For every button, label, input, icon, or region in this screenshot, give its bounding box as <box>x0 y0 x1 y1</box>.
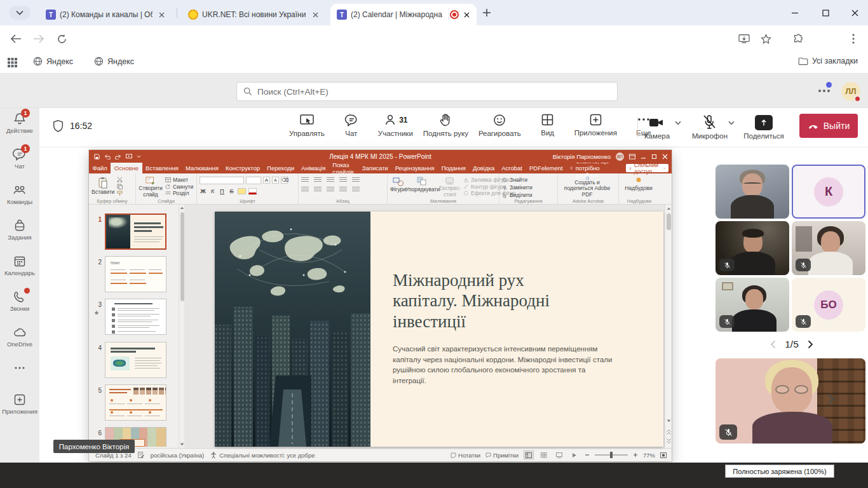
meeting-shield-icon[interactable] <box>52 119 64 133</box>
apps-grid-icon[interactable] <box>8 58 17 67</box>
next-slide-button[interactable] <box>665 437 672 445</box>
spotlight-next-chevron[interactable] <box>827 393 834 405</box>
reload-button[interactable] <box>53 30 70 47</box>
tab-close-icon[interactable] <box>310 10 320 20</box>
replace-button[interactable]: Замінити <box>502 184 532 191</box>
addins-button[interactable]: Надбудови <box>621 175 656 198</box>
ppt-minimize-button[interactable] <box>641 154 646 159</box>
slide-canvas[interactable]: Міжнародний рух капіталу. Міжнародні інв… <box>215 212 663 447</box>
indent-increase-icon[interactable] <box>339 177 347 183</box>
columns-icon[interactable] <box>352 187 360 193</box>
slide-body-text[interactable]: Сучасний світ характеризується інтенсивн… <box>393 344 614 386</box>
scroll-down-arrow[interactable] <box>665 417 672 424</box>
select-button[interactable]: Виділити <box>502 192 532 198</box>
view-button[interactable]: Вид <box>531 113 564 137</box>
sidebar-item-teams[interactable]: Команды <box>0 183 39 205</box>
ribbon-tab-record[interactable]: Записати <box>358 163 391 173</box>
ribbon-tab-file[interactable]: Файл <box>89 163 111 173</box>
align-center-icon[interactable] <box>314 187 322 193</box>
manage-button[interactable]: Управлять <box>289 113 325 137</box>
mic-muted-button[interactable] <box>702 114 717 130</box>
sidebar-item-chat[interactable]: Чат 1 <box>0 147 39 170</box>
ribbon-tab-review[interactable]: Рецензування <box>391 163 438 173</box>
participant-video-4[interactable] <box>715 278 789 332</box>
zoom-in-button[interactable] <box>633 452 638 458</box>
teams-more-options-icon[interactable] <box>818 90 821 92</box>
reading-view-button[interactable] <box>554 451 564 459</box>
strikethrough-button[interactable]: S <box>228 187 235 194</box>
ribbon-tab-transitions[interactable]: Переходи <box>264 163 298 173</box>
pager-previous-icon[interactable] <box>770 340 776 349</box>
font-name-box[interactable] <box>200 177 244 184</box>
shapes-button[interactable]: Фігури <box>390 175 406 198</box>
qat-customize-chevron[interactable] <box>137 155 141 158</box>
ribbon-display-options-icon[interactable] <box>629 154 635 159</box>
ribbon-tab-view[interactable]: Подання <box>438 163 469 173</box>
clear-format-icon[interactable]: ⌫ <box>281 177 288 184</box>
camera-button[interactable] <box>648 115 665 130</box>
find-button[interactable]: Знайти <box>502 177 532 183</box>
accessibility-status[interactable]: Спеціальні можливості: усе добре <box>210 452 315 459</box>
forward-button[interactable] <box>31 30 47 47</box>
spotlight-video[interactable] <box>715 358 865 444</box>
ribbon-tab-home[interactable]: Основне <box>111 163 142 173</box>
sidebar-item-onedrive[interactable]: OneDrive <box>0 325 39 348</box>
slide-sorter-view-button[interactable] <box>539 451 549 459</box>
font-size-box[interactable] <box>246 177 261 184</box>
status-language[interactable]: російська (Україна) <box>151 452 205 459</box>
meeting-apps-button[interactable]: Приложения <box>574 113 617 137</box>
thumbnail-scrollbar[interactable] <box>179 205 184 448</box>
leave-button[interactable]: Выйти <box>799 114 858 138</box>
participant-avatar-BO[interactable]: БО <box>792 278 865 332</box>
undo-icon[interactable] <box>104 154 111 159</box>
ppt-close-button[interactable] <box>662 154 668 159</box>
slide-thumbnail-5[interactable] <box>105 384 166 421</box>
arrange-button[interactable]: Упорядкувати <box>409 175 437 198</box>
spellcheck-icon[interactable] <box>138 452 144 458</box>
indent-decrease-icon[interactable] <box>327 177 334 183</box>
notes-button[interactable]: Нотатки <box>451 452 480 459</box>
editor-scrollbar[interactable] <box>665 205 672 448</box>
quick-styles-button[interactable]: Експрес-стилі <box>439 175 461 198</box>
ribbon-tab-insert[interactable]: Вставлення <box>142 163 182 173</box>
participant-avatar-K-speaking[interactable]: К <box>792 165 865 219</box>
react-button[interactable]: Реагировать <box>478 113 521 137</box>
bullets-icon[interactable] <box>301 177 309 183</box>
align-right-icon[interactable] <box>327 187 334 193</box>
participant-video-1[interactable] <box>715 165 789 219</box>
browser-minimize-button[interactable] <box>780 0 810 25</box>
copy-icon[interactable] <box>117 184 123 189</box>
participant-video-3[interactable] <box>792 221 865 275</box>
normal-view-button[interactable] <box>524 451 534 459</box>
ppt-share-button[interactable]: Спільний доступ <box>626 164 668 172</box>
ribbon-tab-help[interactable]: Довідка <box>470 163 498 173</box>
sidebar-item-calls[interactable]: Звонки <box>0 290 39 312</box>
zoom-percent[interactable]: 77% <box>643 452 655 459</box>
browser-menu-icon[interactable] <box>845 30 862 47</box>
tab-close-icon[interactable] <box>156 10 166 20</box>
pager-next-icon[interactable] <box>808 340 813 349</box>
browser-tab-ukrnet[interactable]: UKR.NET: Всі новини України, <box>182 4 325 25</box>
sidebar-item-calendar[interactable]: Календарь <box>0 254 39 276</box>
slide-thumbnail-1[interactable] <box>105 214 166 250</box>
section-button[interactable]: Розділ <box>165 190 193 196</box>
sidebar-more-apps-icon[interactable] <box>0 365 39 371</box>
fit-to-window-icon[interactable] <box>660 452 667 458</box>
all-bookmarks-button[interactable]: Усі закладки <box>798 57 858 65</box>
scroll-up-arrow[interactable] <box>665 205 672 212</box>
ribbon-tab-acrobat[interactable]: Acrobat <box>498 163 526 173</box>
teams-search-input[interactable]: Поиск (Ctrl+Alt+E) <box>236 82 618 101</box>
sidebar-item-assignments[interactable]: Задания <box>0 219 39 241</box>
meeting-chat-button[interactable]: Чат <box>335 113 368 137</box>
browser-tab-teams-channels[interactable]: T (2) Команды и каналы | Общи <box>39 4 172 25</box>
participants-button[interactable]: 31 Участники <box>378 113 413 137</box>
tab-search-button[interactable] <box>9 6 31 20</box>
thumbnail-scroll-thumb[interactable] <box>180 212 184 301</box>
ppt-user-avatar[interactable]: ВП <box>616 152 624 161</box>
save-icon[interactable] <box>94 154 100 159</box>
camera-options-chevron[interactable] <box>675 121 681 125</box>
font-color-chip[interactable] <box>248 188 257 194</box>
underline-button[interactable]: П <box>219 187 226 194</box>
start-slideshow-icon[interactable] <box>126 154 132 159</box>
extensions-icon[interactable] <box>790 30 806 47</box>
